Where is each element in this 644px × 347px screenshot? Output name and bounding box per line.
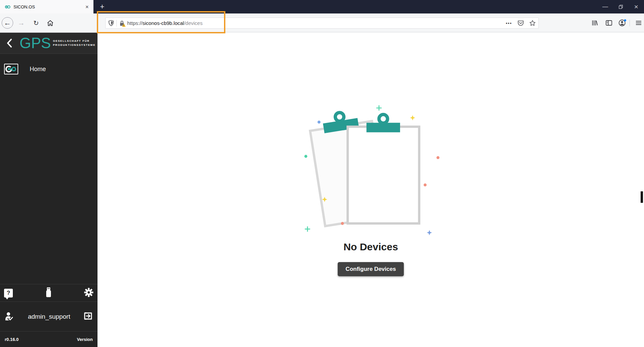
scrollbar-mark[interactable]: [641, 191, 643, 203]
url-host: siconos-cb9b.local: [142, 20, 184, 26]
url-bar[interactable]: https://siconos-cb9b.local/devices •••: [105, 18, 539, 29]
collapse-chevron-icon[interactable]: [7, 39, 12, 48]
account-icon[interactable]: [617, 19, 627, 27]
tab-title: SICON.OS: [13, 4, 84, 9]
url-scheme: https://: [127, 20, 142, 26]
forward-button[interactable]: →: [16, 17, 27, 29]
empty-state-title: No Devices: [343, 241, 398, 253]
reload-button[interactable]: ↻: [30, 17, 42, 29]
home-icon: [47, 20, 54, 26]
pocket-icon[interactable]: [517, 20, 524, 26]
usb-icon[interactable]: [45, 287, 52, 299]
user-check-icon[interactable]: [5, 312, 15, 322]
browser-tab[interactable]: SICON.OS ×: [0, 0, 93, 13]
tracking-shield-icon[interactable]: [108, 20, 114, 26]
close-window-button[interactable]: ×: [628, 0, 644, 13]
toolbar-separator: [629, 20, 630, 26]
version-value: r0.16.0: [5, 337, 19, 342]
help-icon[interactable]: ?: [4, 289, 13, 297]
version-label: Version: [77, 337, 93, 342]
browser-home-button[interactable]: [45, 17, 56, 29]
sidebar-nav: Home: [0, 54, 97, 77]
configure-devices-button[interactable]: Configure Devices: [338, 262, 403, 276]
library-icon[interactable]: [590, 19, 600, 27]
siconos-logo-icon: [4, 64, 18, 74]
page-actions-icon[interactable]: •••: [506, 21, 512, 26]
sidebar-toggle-icon[interactable]: [604, 19, 614, 27]
username-label: admin_support: [28, 313, 71, 320]
content-area: No Devices Configure Devices: [97, 33, 644, 347]
menu-hamburger-icon[interactable]: [634, 19, 644, 27]
browser-titlebar: SICON.OS × + — ×: [0, 0, 644, 13]
siconos-favicon-icon: [5, 4, 10, 10]
gps-logo-tagline: GESELLSCHAFT FÜR PRODUKTIONSSYSTEME: [53, 39, 95, 47]
browser-navbar: ← → ↻ https://siconos-cb9b.local/devices…: [0, 13, 644, 32]
sidebar-icon-row: ?: [0, 284, 97, 302]
sidebar-header: GPS GESELLSCHAFT FÜR PRODUKTIONSSYSTEME: [0, 33, 97, 54]
window-controls: — ×: [597, 0, 644, 13]
sidebar-spacer: [0, 77, 97, 284]
sidebar-user-row: admin_support: [0, 302, 97, 331]
logout-icon[interactable]: [83, 312, 93, 322]
settings-gear-icon[interactable]: [84, 288, 93, 298]
insecure-lock-icon[interactable]: [119, 20, 124, 26]
url-path: /devices: [184, 20, 202, 26]
restore-icon: [619, 5, 623, 9]
close-tab-icon[interactable]: ×: [84, 4, 90, 10]
urlbar-separator: [116, 20, 117, 27]
sidebar-version-row: r0.16.0 Version: [0, 331, 97, 347]
bookmark-star-icon[interactable]: [529, 20, 536, 26]
empty-clipboards-illustration: [291, 100, 450, 241]
sidebar-item-home[interactable]: Home: [0, 61, 97, 77]
minimize-button[interactable]: —: [597, 0, 613, 13]
app-sidebar: GPS GESELLSCHAFT FÜR PRODUKTIONSSYSTEME …: [0, 33, 97, 347]
restore-button[interactable]: [613, 0, 628, 13]
gps-logo: GPS: [20, 36, 51, 51]
back-button[interactable]: ←: [2, 17, 13, 29]
new-tab-button[interactable]: +: [96, 0, 108, 13]
sidebar-item-label: Home: [30, 66, 46, 73]
url-text[interactable]: https://siconos-cb9b.local/devices: [127, 20, 202, 26]
